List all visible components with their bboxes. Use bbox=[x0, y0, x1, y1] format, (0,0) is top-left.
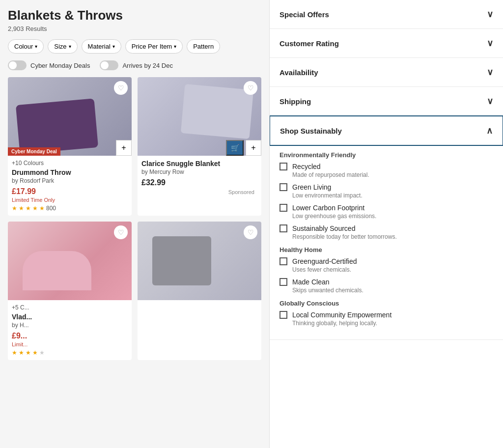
star-icon: ★ bbox=[26, 205, 31, 212]
star-half-icon: ★ bbox=[39, 205, 45, 212]
chevron-down-icon: ▾ bbox=[112, 44, 115, 49]
cart-button-2[interactable]: 🛒 bbox=[226, 140, 244, 156]
filter-option-carbon: Lower Carbon Footprint Low greenhouse ga… bbox=[279, 204, 493, 220]
filter-option-green-living: Green Living Low environmental impact. bbox=[279, 183, 493, 199]
star-icon: ★ bbox=[19, 205, 24, 212]
colors-count-3: +5 C... bbox=[12, 304, 128, 311]
shop-sustainably-content: Environmentally Friendly Recycled Made o… bbox=[270, 151, 503, 339]
checkbox-green-living[interactable] bbox=[279, 183, 287, 191]
checkbox-greenguard[interactable] bbox=[279, 257, 287, 265]
star-icon: ★ bbox=[26, 349, 31, 356]
product-image-2: ♡ + 🛒 bbox=[138, 77, 261, 156]
category-label-healthy-home: Healthy Home bbox=[279, 246, 493, 253]
sponsored-label-2: Sponsored bbox=[141, 188, 257, 196]
filter-header-availability[interactable]: Availability ∨ bbox=[270, 58, 503, 86]
chevron-down-icon: ▾ bbox=[174, 44, 176, 49]
option-name-green-living: Green Living bbox=[292, 183, 331, 191]
option-desc-community: Thinking globally, helping locally. bbox=[292, 320, 493, 327]
category-label-env-friendly: Environmentally Friendly bbox=[279, 151, 493, 159]
filter-panel: Special Offers ∨ Customer Rating ∨ Avail… bbox=[269, 0, 503, 448]
delivery-toggle-wrapper: Arrives by 24 Dec bbox=[100, 60, 173, 70]
filter-section-special-offers: Special Offers ∨ bbox=[270, 0, 503, 29]
filter-size[interactable]: Size ▾ bbox=[48, 39, 77, 54]
filter-option-community: Local Community Empowerment Thinking glo… bbox=[279, 311, 493, 327]
cyber-monday-toggle-wrapper: Cyber Monday Deals bbox=[8, 60, 90, 70]
star-icon: ★ bbox=[32, 205, 38, 212]
delivery-toggle[interactable] bbox=[100, 60, 118, 70]
product-info-2: Clarice Snuggle Blanket by Mercury Row £… bbox=[138, 156, 261, 200]
option-name-community: Local Community Empowerment bbox=[292, 311, 391, 319]
delivery-label: Arrives by 24 Dec bbox=[122, 62, 173, 69]
cyber-monday-label: Cyber Monday Deals bbox=[30, 62, 90, 69]
price-note-1: Limited Time Only bbox=[12, 197, 128, 203]
filter-material[interactable]: Material ▾ bbox=[82, 39, 121, 54]
chevron-up-icon: ∧ bbox=[486, 125, 493, 136]
product-card-2: ♡ + 🛒 Clarice Snuggle Blanket by Mercury… bbox=[138, 77, 261, 216]
star-icon: ★ bbox=[19, 349, 24, 356]
filter-header-customer-rating[interactable]: Customer Rating ∨ bbox=[270, 29, 503, 57]
checkbox-carbon[interactable] bbox=[279, 204, 287, 212]
checkbox-recycled[interactable] bbox=[279, 163, 287, 170]
star-icon: ★ bbox=[12, 205, 17, 212]
checkbox-community[interactable] bbox=[279, 311, 287, 319]
filter-section-shop-sustainably: Shop Sustainably ∧ Environmentally Frien… bbox=[270, 115, 503, 340]
option-desc-carbon: Low greenhouse gas emissions. bbox=[292, 213, 493, 220]
star-rating-1: ★ ★ ★ ★ ★ 800 bbox=[12, 205, 128, 212]
product-name-1: Drummond Throw bbox=[12, 168, 128, 176]
category-label-globally-conscious: Globally Conscious bbox=[279, 300, 493, 307]
wishlist-button-3[interactable]: ♡ bbox=[114, 225, 128, 239]
price-note-3: Limit... bbox=[12, 341, 128, 347]
option-desc-recycled: Made of repurposed material. bbox=[292, 171, 493, 178]
option-desc-sustainably-sourced: Responsible today for better tomorrows. bbox=[292, 233, 493, 240]
product-brand-3: by H... bbox=[12, 322, 128, 329]
filter-option-recycled: Recycled Made of repurposed material. bbox=[279, 163, 493, 178]
add-to-cart-button-1[interactable]: + bbox=[116, 140, 132, 156]
filter-option-greenguard: Greenguard-Certified Uses fewer chemical… bbox=[279, 257, 493, 273]
filter-header-shipping[interactable]: Shipping ∨ bbox=[270, 87, 503, 115]
wishlist-button-2[interactable]: ♡ bbox=[244, 81, 257, 95]
chevron-down-icon: ▾ bbox=[35, 44, 37, 49]
cyber-badge-1: Cyber Monday Deal bbox=[8, 147, 60, 156]
add-to-cart-button-2[interactable]: + bbox=[246, 140, 261, 156]
filter-option-sustainably-sourced: Sustainably Sourced Responsible today fo… bbox=[279, 224, 493, 240]
product-info-1: +10 Colours Drummond Throw by Rosdorf Pa… bbox=[8, 156, 132, 216]
filter-pattern[interactable]: Pattern bbox=[187, 39, 220, 54]
option-name-sustainably-sourced: Sustainably Sourced bbox=[292, 224, 355, 232]
chevron-down-icon: ∨ bbox=[487, 38, 493, 49]
products-grid: ♡ Cyber Monday Deal + +10 Colours Drummo… bbox=[8, 77, 261, 360]
filter-label-special-offers: Special Offers bbox=[279, 10, 329, 19]
checkbox-made-clean[interactable] bbox=[279, 278, 287, 286]
wishlist-button-1[interactable]: ♡ bbox=[114, 81, 128, 95]
product-price-2: £32.99 bbox=[141, 178, 257, 187]
wishlist-button-4[interactable]: ♡ bbox=[244, 225, 257, 239]
chevron-down-icon: ∨ bbox=[487, 9, 493, 20]
option-name-greenguard: Greenguard-Certified bbox=[292, 257, 357, 265]
toggles-row: Cyber Monday Deals Arrives by 24 Dec bbox=[8, 60, 261, 70]
product-panel: Blankets & Throws 2,903 Results Colour ▾… bbox=[0, 0, 269, 448]
product-price-3: £9... bbox=[12, 332, 128, 340]
filter-section-availability: Availability ∨ bbox=[270, 58, 503, 87]
rating-count-1: 800 bbox=[46, 205, 56, 212]
blanket-shape bbox=[181, 84, 253, 139]
filter-header-shop-sustainably[interactable]: Shop Sustainably ∧ bbox=[269, 115, 503, 146]
option-name-carbon: Lower Carbon Footprint bbox=[292, 204, 364, 212]
option-desc-greenguard: Uses fewer chemicals. bbox=[292, 266, 493, 273]
star-icon: ★ bbox=[32, 349, 38, 356]
star-icon: ★ bbox=[12, 349, 17, 356]
filter-option-made-clean: Made Clean Skips unwanted chemicals. bbox=[279, 278, 493, 294]
filter-section-customer-rating: Customer Rating ∨ bbox=[270, 29, 503, 58]
checkbox-sustainably-sourced[interactable] bbox=[279, 224, 287, 232]
results-count: 2,903 Results bbox=[8, 25, 261, 32]
filter-label-shop-sustainably: Shop Sustainably bbox=[280, 127, 342, 135]
product-card-3: ♡ +5 C... Vlad... by H... £9... Limit...… bbox=[8, 222, 132, 360]
filter-colour[interactable]: Colour ▾ bbox=[8, 39, 44, 54]
product-info-3: +5 C... Vlad... by H... £9... Limit... ★… bbox=[8, 300, 132, 360]
filter-header-special-offers[interactable]: Special Offers ∨ bbox=[270, 0, 503, 28]
option-desc-green-living: Low environmental impact. bbox=[292, 192, 493, 199]
chevron-down-icon: ▾ bbox=[69, 44, 71, 49]
cyber-monday-toggle[interactable] bbox=[8, 60, 27, 70]
filter-price[interactable]: Price Per Item ▾ bbox=[125, 39, 183, 54]
filter-label-customer-rating: Customer Rating bbox=[279, 39, 339, 48]
colors-count-1: +10 Colours bbox=[12, 160, 128, 167]
star-empty-icon: ★ bbox=[39, 349, 45, 356]
